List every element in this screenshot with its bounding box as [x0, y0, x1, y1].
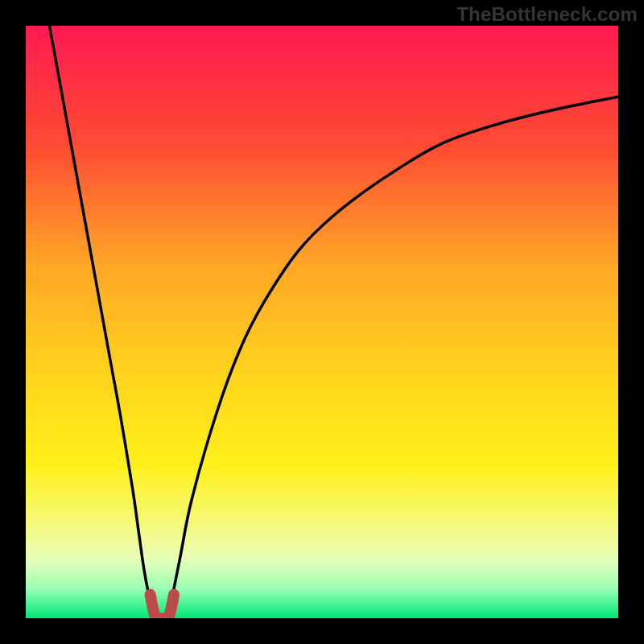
plot-area [26, 26, 618, 618]
right-branch-curve [168, 97, 618, 618]
optimum-marker [151, 595, 174, 618]
left-branch-curve [49, 26, 156, 618]
watermark-text: TheBottleneck.com [456, 3, 638, 26]
chart-root: TheBottleneck.com [0, 0, 644, 644]
curve-layer [26, 26, 618, 618]
